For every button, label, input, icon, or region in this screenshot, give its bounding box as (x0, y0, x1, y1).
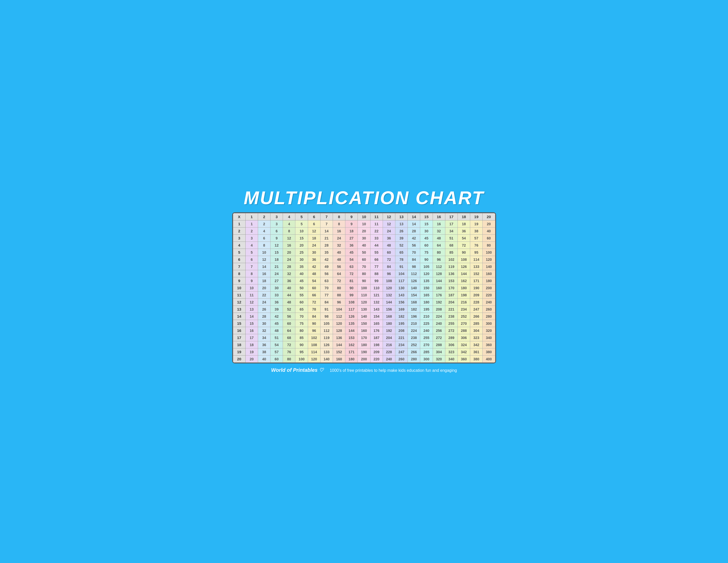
cell-2-x-12: 24 (383, 227, 395, 235)
cell-5-x-11: 55 (370, 249, 383, 256)
cell-2-x-20: 40 (483, 227, 495, 235)
cell-11-x-19: 209 (470, 292, 483, 299)
cell-3-x-17: 51 (445, 235, 458, 242)
footer: World of Printables ♡ 1000's of free pri… (232, 367, 496, 373)
cell-4-x-13: 52 (395, 242, 408, 249)
cell-1-x-19: 19 (470, 220, 483, 227)
cell-5-x-13: 65 (395, 249, 408, 256)
cell-5-x-18: 90 (458, 249, 470, 256)
cell-15-x-20: 300 (483, 320, 495, 327)
table-row: 1818365472901081261441621801982162342522… (233, 341, 495, 349)
cell-15-x-19: 285 (470, 320, 483, 327)
cell-20-x-20: 400 (483, 356, 495, 363)
cell-12-x-7: 84 (320, 299, 333, 306)
cell-2-x-1: 2 (245, 227, 258, 235)
cell-14-x-11: 154 (370, 313, 383, 320)
cell-12-x-2: 24 (258, 299, 270, 306)
row-header-19: 19 (233, 349, 245, 356)
cell-18-x-20: 360 (483, 341, 495, 349)
cell-19-x-15: 285 (420, 349, 433, 356)
cell-4-x-8: 32 (333, 242, 345, 249)
cell-12-x-3: 36 (270, 299, 283, 306)
cell-12-x-1: 12 (245, 299, 258, 306)
cell-18-x-9: 162 (345, 341, 358, 349)
header-col-10: 10 (358, 213, 370, 220)
cell-10-x-5: 50 (295, 285, 308, 292)
cell-6-x-13: 78 (395, 256, 408, 263)
cell-15-x-13: 195 (395, 320, 408, 327)
cell-3-x-14: 42 (408, 235, 420, 242)
cell-20-x-13: 260 (395, 356, 408, 363)
cell-13-x-11: 143 (370, 306, 383, 313)
cell-3-x-16: 48 (433, 235, 445, 242)
cell-7-x-1: 7 (245, 263, 258, 270)
cell-12-x-8: 96 (333, 299, 345, 306)
cell-16-x-14: 224 (408, 327, 420, 334)
cell-20-x-3: 60 (270, 356, 283, 363)
header-col-3: 3 (270, 213, 283, 220)
cell-9-x-12: 108 (383, 277, 395, 285)
cell-9-x-15: 135 (420, 277, 433, 285)
cell-19-x-19: 361 (470, 349, 483, 356)
cell-5-x-15: 75 (420, 249, 433, 256)
cell-13-x-7: 91 (320, 306, 333, 313)
cell-12-x-17: 204 (445, 299, 458, 306)
cell-4-x-2: 8 (258, 242, 270, 249)
cell-5-x-20: 100 (483, 249, 495, 256)
cell-15-x-14: 210 (408, 320, 420, 327)
cell-6-x-16: 96 (433, 256, 445, 263)
cell-13-x-16: 208 (433, 306, 445, 313)
header-col-6: 6 (308, 213, 320, 220)
cell-15-x-10: 150 (358, 320, 370, 327)
cell-17-x-3: 51 (270, 334, 283, 341)
cell-8-x-5: 40 (295, 270, 308, 277)
cell-1-x-15: 15 (420, 220, 433, 227)
cell-6-x-11: 66 (370, 256, 383, 263)
cell-4-x-15: 60 (420, 242, 433, 249)
cell-3-x-2: 6 (258, 235, 270, 242)
table-row: 2020406080100120140160180200220240260280… (233, 356, 495, 363)
header-col-5: 5 (295, 213, 308, 220)
header-col-8: 8 (333, 213, 345, 220)
header-col-9: 9 (345, 213, 358, 220)
table-row: 1111223344556677889911012113214315416517… (233, 292, 495, 299)
cell-16-x-18: 288 (458, 327, 470, 334)
cell-3-x-13: 39 (395, 235, 408, 242)
row-header-12: 12 (233, 299, 245, 306)
cell-1-x-20: 20 (483, 220, 495, 227)
cell-8-x-18: 144 (458, 270, 470, 277)
cell-20-x-16: 320 (433, 356, 445, 363)
cell-5-x-3: 15 (270, 249, 283, 256)
cell-4-x-9: 36 (345, 242, 358, 249)
cell-8-x-7: 56 (320, 270, 333, 277)
cell-6-x-15: 90 (420, 256, 433, 263)
cell-8-x-12: 96 (383, 270, 395, 277)
cell-15-x-4: 60 (283, 320, 295, 327)
cell-20-x-8: 160 (333, 356, 345, 363)
cell-3-x-8: 24 (333, 235, 345, 242)
cell-12-x-5: 60 (295, 299, 308, 306)
cell-15-x-17: 255 (445, 320, 458, 327)
cell-9-x-11: 99 (370, 277, 383, 285)
cell-16-x-9: 144 (345, 327, 358, 334)
cell-4-x-20: 80 (483, 242, 495, 249)
cell-2-x-5: 10 (295, 227, 308, 235)
cell-13-x-12: 156 (383, 306, 395, 313)
cell-10-x-8: 80 (333, 285, 345, 292)
cell-1-x-1: 1 (245, 220, 258, 227)
cell-3-x-20: 60 (483, 235, 495, 242)
cell-5-x-1: 5 (245, 249, 258, 256)
cell-17-x-2: 34 (258, 334, 270, 341)
cell-1-x-13: 13 (395, 220, 408, 227)
cell-7-x-8: 56 (333, 263, 345, 270)
cell-13-x-20: 260 (483, 306, 495, 313)
cell-8-x-6: 48 (308, 270, 320, 277)
cell-1-x-7: 7 (320, 220, 333, 227)
cell-6-x-14: 84 (408, 256, 420, 263)
cell-6-x-4: 24 (283, 256, 295, 263)
cell-9-x-2: 18 (258, 277, 270, 285)
header-col-1: 1 (245, 213, 258, 220)
cell-16-x-20: 320 (483, 327, 495, 334)
cell-14-x-7: 98 (320, 313, 333, 320)
table-row: 1515304560759010512013515016518019521022… (233, 320, 495, 327)
